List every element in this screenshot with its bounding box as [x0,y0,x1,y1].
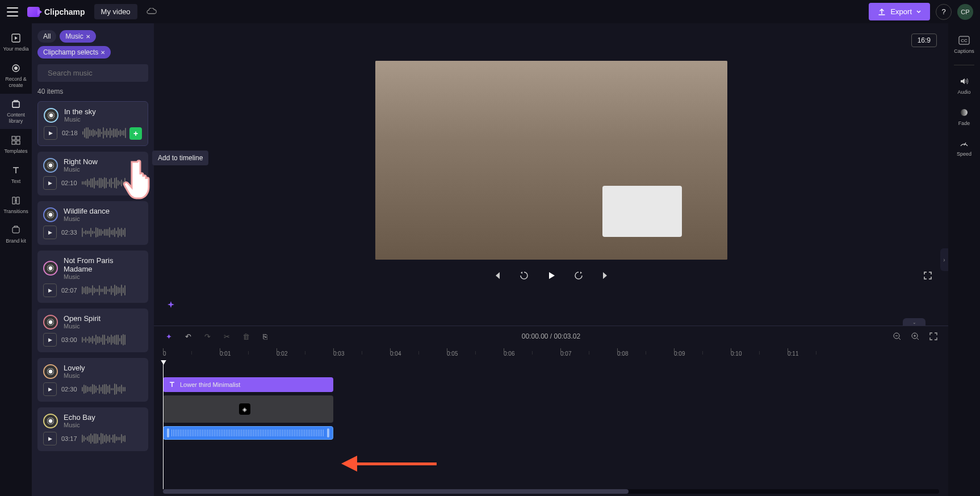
timeline-tracks[interactable]: Lower third Minimalist ◈ [154,360,948,489]
music-note-icon: ♪ [44,108,58,123]
timeline-ruler[interactable]: 00:010:020:030:040:050:060:070:080:090:1… [154,347,948,360]
video-clip[interactable]: ◈ [163,395,333,423]
music-note-icon: ♪ [43,364,58,379]
media-panel: All Music✕ Clipchamp selects✕ 40 items ♪… [32,23,154,496]
audio-clip[interactable] [163,426,333,440]
scrollbar-thumb[interactable] [163,489,629,494]
delete-button[interactable]: 🗑 [240,331,252,342]
export-button[interactable]: Export [869,3,930,20]
play-preview-button[interactable]: ▶ [43,333,57,347]
aspect-ratio-selector[interactable]: 16:9 [911,34,937,47]
sidebar-record-create[interactable]: Record & create [0,58,32,93]
record-icon [10,62,22,74]
player-controls [154,260,948,288]
skip-forward-button[interactable] [599,269,613,282]
play-preview-button[interactable]: ▶ [43,226,57,239]
close-icon[interactable]: ✕ [100,49,105,56]
left-sidebar: Your media Record & create Content libra… [0,23,32,496]
music-item[interactable]: ♪ Wildlife dance Music ▶ 02:33 [37,201,148,245]
clip-handle-right[interactable] [327,428,329,437]
sidebar-audio[interactable]: Audio [948,71,980,100]
text-clip[interactable]: Lower third Minimalist [163,377,333,392]
zoom-in-button[interactable] [910,331,921,342]
sidebar-content-library[interactable]: Content library [0,94,32,129]
sidebar-templates[interactable]: Templates [0,130,32,159]
playhead[interactable] [163,360,164,489]
chip-all[interactable]: All [37,30,56,43]
app-logo[interactable]: Clipchamp [27,7,85,17]
zoom-fit-button[interactable] [928,331,939,342]
music-note-icon: ♪ [43,158,58,173]
right-panel-expand-handle[interactable]: › [940,248,948,271]
music-item[interactable]: ♪ In the sky Music ▶ 02:18 + [37,101,148,146]
forward-button[interactable] [572,269,585,282]
music-item[interactable]: ♪ Right Now Music ▶ 02:10 [37,152,148,195]
redo-button[interactable]: ↷ [202,331,213,342]
music-item[interactable]: ♪ Not From Paris Madame Music ▶ 02:07 [37,251,148,303]
svg-rect-7 [16,141,20,144]
music-note-icon: ♪ [43,414,58,428]
zoom-out-button[interactable] [891,331,903,342]
header-right: Export ? CP [869,3,973,20]
filter-chips: All Music✕ Clipchamp selects✕ [37,30,148,59]
sidebar-speed[interactable]: Speed [948,133,980,162]
fullscreen-button[interactable] [921,269,935,282]
menu-button[interactable] [7,7,18,16]
play-preview-button[interactable]: ▶ [43,382,57,396]
track-duration: 02:10 [61,180,77,186]
rewind-button[interactable] [517,269,531,282]
clip-handle-left[interactable] [167,428,169,437]
play-preview-button[interactable]: ▶ [43,176,57,190]
svg-rect-6 [12,141,15,144]
ruler-tick: 0:06 [504,351,514,357]
search-input[interactable] [48,69,143,77]
duplicate-button[interactable]: ⎘ [259,331,271,342]
svg-point-2 [14,66,18,70]
music-item[interactable]: ♪ Open Spirit Music ▶ 03:00 [37,309,148,352]
play-preview-button[interactable]: ▶ [43,284,57,297]
video-preview[interactable] [375,61,727,260]
music-list[interactable]: ♪ In the sky Music ▶ 02:18 + ♪ Right Now… [37,101,148,489]
ai-sparkle-icon[interactable] [165,299,177,311]
chevron-down-icon [916,10,921,14]
toolbar-left: ✦ ↶ ↷ ✂ 🗑 ⎘ [163,331,271,342]
user-avatar[interactable]: CP [957,4,973,20]
track-duration: 02:07 [61,287,77,294]
center-area: 16:9 ⌄ ✦ ↶ ↷ [154,23,948,496]
music-item[interactable]: ♪ Echo Bay Music ▶ 03:17 [37,407,148,451]
skip-back-button[interactable] [490,269,504,282]
undo-button[interactable]: ↶ [182,331,194,342]
search-box[interactable] [37,64,148,82]
sidebar-brand-kit[interactable]: Brand kit [0,220,32,249]
play-button[interactable] [545,269,558,282]
split-button[interactable]: ✂ [221,331,232,342]
add-button[interactable]: ✦ [163,331,174,342]
sidebar-your-media[interactable]: Your media [0,28,32,57]
timeline-collapse-handle[interactable]: ⌄ [903,318,925,326]
timeline-area: ⌄ ✦ ↶ ↷ ✂ 🗑 ⎘ 00:00.00 / 00:03.02 [154,326,948,496]
close-icon[interactable]: ✕ [86,34,90,40]
project-name[interactable]: My video [94,4,137,19]
add-to-timeline-button[interactable]: + [129,127,142,140]
track-category: Music [64,215,143,222]
music-item[interactable]: ♪ Lovely Music ▶ 02:30 [37,358,148,402]
svg-point-14 [961,109,968,116]
app-name: Clipchamp [44,7,85,16]
track-duration: 03:00 [61,336,77,343]
sidebar-fade[interactable]: Fade [948,102,980,131]
ruler-tick: 0:07 [560,351,571,357]
help-button[interactable]: ? [936,4,952,20]
sidebar-transitions[interactable]: Transitions [0,190,32,219]
clip-link-icon[interactable]: ◈ [239,403,250,415]
add-to-timeline-tooltip: Add to timeline [152,151,208,165]
ruler-tick: 0:11 [788,351,798,357]
timeline-scrollbar[interactable] [163,489,939,494]
play-preview-button[interactable]: ▶ [43,432,57,445]
sidebar-text[interactable]: Text [0,160,32,189]
chip-music[interactable]: Music✕ [60,30,95,43]
speedometer-icon [958,137,970,149]
sidebar-captions[interactable]: CC Captions [948,30,980,59]
chip-clipchamp-selects[interactable]: Clipchamp selects✕ [37,46,111,59]
cloud-sync-icon[interactable] [146,8,157,16]
play-preview-button[interactable]: ▶ [44,126,57,140]
